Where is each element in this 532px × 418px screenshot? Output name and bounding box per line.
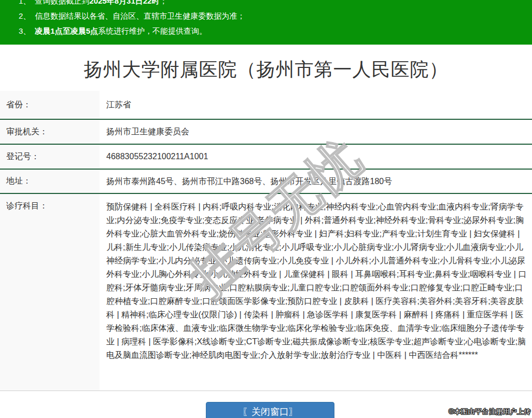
notice-banner: 1、查询数据截止到2025年8月31日22时； 2、信息数据结果以各省、自治区、…: [0, 0, 532, 45]
notice-number: 3、: [19, 26, 31, 35]
field-label-approval-authority: 审批机关：: [0, 120, 100, 144]
field-value-registration-number: 46883055232100211A1001: [100, 145, 532, 169]
field-value-address: 扬州市泰州路45号、扬州市邗江中路368号、扬州市开发区八里镇古渡路180号: [100, 170, 532, 193]
upload-credit-watermark: ©本图由平台注册用户上传: [449, 407, 531, 416]
field-label-province: 省份：: [0, 91, 100, 119]
button-row: 〖关闭窗口〗: [206, 402, 334, 418]
notice-text: 查询数据截止到: [35, 0, 89, 5]
info-row-province: 省份： 江苏省: [0, 91, 532, 119]
notice-line-3: 3、凌晨1点至凌晨5点系统进行维护，不能提供查询。: [19, 23, 532, 38]
hospital-info-table: 省份： 江苏省 审批机关： 扬州市卫生健康委员会 登记号： 4688305523…: [0, 91, 532, 391]
notice-number: 2、: [19, 11, 31, 20]
info-row-approval-authority: 审批机关： 扬州市卫生健康委员会: [0, 119, 532, 144]
notice-text-bold: 凌晨1点至凌晨5点: [35, 26, 98, 35]
field-label-medical-departments: 诊疗科目：: [0, 194, 100, 391]
field-value-medical-departments: 预防保健科 | 全科医疗科 | 内科;呼吸内科专业;消化内科专业;神经内科专业;…: [100, 194, 532, 391]
info-row-address: 地址： 扬州市泰州路45号、扬州市邗江中路368号、扬州市开发区八里镇古渡路18…: [0, 169, 532, 193]
page-title: 扬州大学附属医院（扬州市第一人民医院）: [0, 58, 532, 80]
close-window-button[interactable]: 〖关闭窗口〗: [206, 402, 334, 418]
notice-text: 信息数据结果以各省、自治区、直辖市卫生健康委数据为准；: [35, 11, 245, 20]
notice-text: ；: [159, 0, 167, 5]
notice-text-bold: 2025年8月31日22时: [89, 0, 159, 5]
field-value-approval-authority: 扬州市卫生健康委员会: [100, 120, 532, 144]
notice-number: 1、: [19, 0, 31, 5]
field-label-address: 地址：: [0, 170, 100, 193]
notice-line-2: 2、信息数据结果以各省、自治区、直辖市卫生健康委数据为准；: [19, 8, 532, 23]
field-value-province: 江苏省: [100, 91, 532, 119]
info-row-medical-departments: 诊疗科目： 预防保健科 | 全科医疗科 | 内科;呼吸内科专业;消化内科专业;神…: [0, 193, 532, 391]
field-label-registration-number: 登记号：: [0, 145, 100, 169]
notice-line-1: 1、查询数据截止到2025年8月31日22时；: [19, 0, 532, 8]
info-row-registration-number: 登记号： 46883055232100211A1001: [0, 144, 532, 169]
notice-text: 系统进行维护，不能提供查询。: [98, 26, 207, 35]
